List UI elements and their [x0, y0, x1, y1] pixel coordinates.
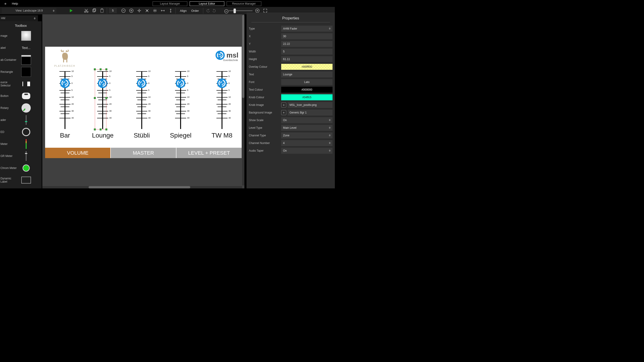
- fader-label: Stübli: [134, 132, 150, 139]
- layout-preview[interactable]: PLATZHIRSCH msl Eventtechnik 10505102030…: [45, 47, 242, 158]
- prop-value-input[interactable]: Lounge: [281, 72, 332, 78]
- prop-value-select[interactable]: On: [281, 148, 332, 154]
- menu-item-help[interactable]: Help: [9, 2, 21, 5]
- tab-master[interactable]: MASTER: [111, 148, 176, 158]
- prop-value-input[interactable]: 61.11: [281, 56, 332, 62]
- redo-icon[interactable]: [211, 8, 217, 14]
- scrollbar-horizontal[interactable]: [42, 186, 242, 188]
- toolbox-item-icon: [21, 151, 31, 161]
- tab-level-preset[interactable]: LEVEL + PRESET: [176, 148, 242, 158]
- toolbox-item-label: GR Meter: [0, 154, 18, 158]
- prop-value[interactable]: Generic Bgr 1: [288, 110, 332, 116]
- zoom-in-icon[interactable]: [128, 8, 134, 14]
- toolbox-item[interactable]: ab Container: [0, 54, 42, 66]
- toolbox-item[interactable]: ource Selector: [0, 78, 42, 90]
- fader[interactable]: 1050510203040Lounge: [92, 71, 114, 139]
- toolbox-item[interactable]: Rotary: [0, 102, 42, 114]
- property-row: Background Image+Generic Bgr 1: [246, 109, 335, 116]
- snap-center-icon[interactable]: [136, 8, 142, 14]
- toolbox-item[interactable]: ader: [0, 114, 42, 126]
- view-select[interactable]: View: Landscape 16:9: [2, 8, 56, 14]
- toolbox-item[interactable]: ED: [0, 126, 42, 138]
- fader-track[interactable]: 1050510203040: [58, 71, 72, 129]
- prop-value-input[interactable]: 5: [281, 48, 332, 54]
- toolbox-item[interactable]: Meter: [0, 138, 42, 150]
- prop-value-color[interactable]: #04ffc5: [281, 94, 332, 100]
- fader-knob[interactable]: [137, 78, 147, 88]
- fader[interactable]: 1050510203040Spiegel: [170, 71, 192, 139]
- prop-value-select[interactable]: On: [281, 117, 332, 123]
- prop-value-select[interactable]: AHM Fader: [281, 26, 332, 32]
- prop-value-input[interactable]: 30: [281, 33, 332, 39]
- play-icon[interactable]: [68, 8, 74, 14]
- canvas[interactable]: PLATZHIRSCH msl Eventtechnik 10505102030…: [42, 14, 244, 188]
- fader-knob[interactable]: [60, 78, 70, 88]
- prop-label: X: [249, 35, 281, 38]
- brand-subtext: Eventtechnik: [224, 59, 238, 62]
- tab-volume[interactable]: VOLUME: [45, 148, 110, 158]
- scrollbar-thumb[interactable]: [242, 15, 244, 98]
- property-row: Audio TaperOn: [246, 147, 335, 154]
- toolbox-item[interactable]: GR Meter: [0, 150, 42, 162]
- prop-label: Height: [249, 58, 281, 61]
- grid-size-input[interactable]: 5: [109, 8, 117, 13]
- slider-thumb[interactable]: [234, 8, 236, 13]
- toolbox-item[interactable]: mage: [0, 30, 42, 42]
- prop-value-select[interactable]: 4: [281, 140, 332, 146]
- zoom-minus-icon[interactable]: [224, 8, 230, 14]
- align-button[interactable]: Align: [178, 9, 189, 12]
- prop-value[interactable]: MSL_Icon_positiv.png: [288, 102, 332, 108]
- snap-cross-icon[interactable]: [144, 8, 150, 14]
- device-select[interactable]: HM: [0, 15, 38, 21]
- resize-h-icon[interactable]: [160, 8, 166, 14]
- fader[interactable]: 1050510203040TW M8: [212, 71, 232, 139]
- prop-value-select[interactable]: Zone: [281, 132, 332, 138]
- property-row: X30: [246, 32, 335, 40]
- paste-icon[interactable]: [99, 8, 105, 14]
- resize-v-icon[interactable]: [168, 8, 174, 14]
- prop-value[interactable]: Lato: [281, 79, 332, 85]
- fader[interactable]: 1050510203040Stübli: [134, 71, 150, 139]
- fader-track[interactable]: 1050510203040: [135, 71, 149, 129]
- svg-point-13: [23, 165, 29, 171]
- tab-resource-manager[interactable]: Resource Manager: [226, 2, 261, 6]
- fader[interactable]: 1050510203040Bar: [58, 71, 72, 139]
- copy-icon[interactable]: [91, 8, 97, 14]
- prop-label: Show Scale: [249, 118, 281, 122]
- fader-knob[interactable]: [176, 78, 186, 88]
- menu-item-e[interactable]: e: [2, 2, 9, 5]
- prop-label: Overlay Colour: [249, 65, 281, 68]
- fader-track[interactable]: 1050510203040: [215, 71, 229, 129]
- zoom-out-icon[interactable]: [120, 8, 126, 14]
- property-row: TextLounge: [246, 70, 335, 78]
- toolbox-item[interactable]: abelText...: [0, 42, 42, 54]
- order-button[interactable]: Order: [189, 9, 201, 12]
- fader-track[interactable]: 1050510203040: [174, 71, 188, 129]
- tab-layout-editor[interactable]: Layout Editor: [190, 2, 224, 6]
- deer-icon: [57, 50, 73, 64]
- fader-knob[interactable]: [217, 78, 227, 88]
- toolbox-item[interactable]: Chrom Meter: [0, 162, 42, 174]
- fader-label: Bar: [60, 132, 70, 139]
- chevron-updown-icon: [329, 127, 331, 129]
- scrollbar-vertical[interactable]: [242, 14, 244, 186]
- prop-value-overlay[interactable]: #66ffff00: [281, 64, 332, 70]
- prop-value-input[interactable]: 22.22: [281, 41, 332, 47]
- prop-value-select[interactable]: Main Level: [281, 125, 332, 131]
- toolbox-item[interactable]: Dynamic Label: [0, 174, 42, 186]
- grid-icon[interactable]: [152, 8, 158, 14]
- undo-icon[interactable]: [205, 8, 211, 14]
- tab-layout-manager[interactable]: Layout Manager: [152, 2, 187, 6]
- add-button[interactable]: +: [281, 102, 286, 108]
- property-row: Channel Number4: [246, 139, 335, 147]
- toolbox-item[interactable]: Button: [0, 90, 42, 102]
- prop-label: Channel Number: [249, 142, 281, 145]
- prop-value-color[interactable]: #000000: [281, 87, 332, 93]
- toolbox-item[interactable]: Rectangle: [0, 66, 42, 78]
- scrollbar-thumb[interactable]: [88, 186, 190, 188]
- cut-icon[interactable]: [83, 8, 89, 14]
- add-button[interactable]: +: [281, 110, 286, 115]
- prop-label: Level Type: [249, 126, 281, 130]
- fader-track[interactable]: 1050510203040: [96, 71, 110, 129]
- chevron-updown-icon: [53, 10, 54, 12]
